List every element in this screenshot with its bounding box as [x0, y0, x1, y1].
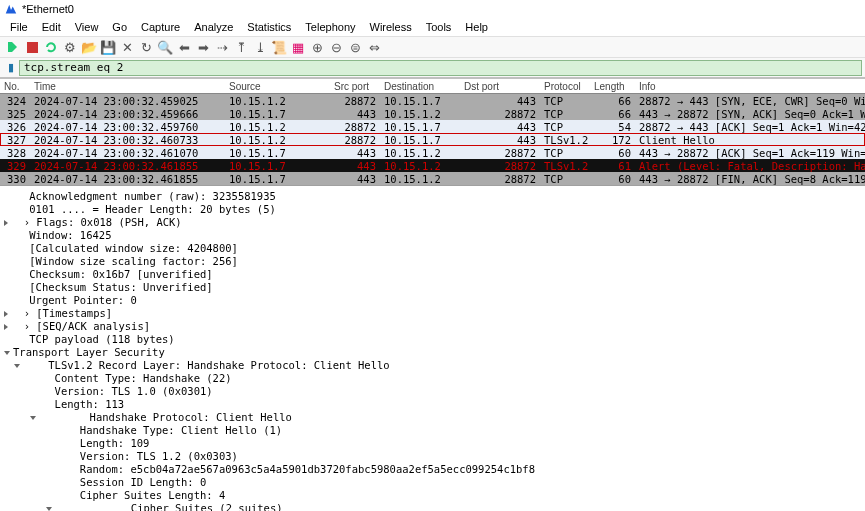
detail-line[interactable]: 0101 .... = Header Length: 20 bytes (5)	[4, 203, 859, 216]
close-icon[interactable]: ✕	[118, 38, 136, 56]
zoom-out-icon[interactable]: ⊖	[327, 38, 345, 56]
display-filter-bar: ▮	[0, 58, 865, 78]
menu-wireless[interactable]: Wireless	[364, 20, 418, 34]
col-time[interactable]: Time	[30, 81, 225, 92]
autoscroll-icon[interactable]: 📜	[270, 38, 288, 56]
detail-line[interactable]: Length: 109	[4, 437, 859, 450]
menu-view[interactable]: View	[69, 20, 105, 34]
display-filter-input[interactable]	[19, 60, 862, 76]
detail-line[interactable]: Transport Layer Security	[4, 346, 859, 359]
col-srcport[interactable]: Src port	[330, 81, 380, 92]
menu-file[interactable]: File	[4, 20, 34, 34]
menu-capture[interactable]: Capture	[135, 20, 186, 34]
detail-line[interactable]: Handshake Protocol: Client Hello	[4, 411, 859, 424]
detail-line[interactable]: TCP payload (118 bytes)	[4, 333, 859, 346]
detail-line[interactable]: Version: TLS 1.2 (0x0303)	[4, 450, 859, 463]
detail-line[interactable]: Window: 16425	[4, 229, 859, 242]
detail-line[interactable]: Session ID Length: 0	[4, 476, 859, 489]
app-icon	[4, 2, 18, 16]
resize-columns-icon[interactable]: ⇔	[365, 38, 383, 56]
col-no[interactable]: No.	[0, 81, 30, 92]
menu-statistics[interactable]: Statistics	[241, 20, 297, 34]
col-info[interactable]: Info	[635, 81, 865, 92]
options-icon[interactable]: ⚙	[61, 38, 79, 56]
col-destination[interactable]: Destination	[380, 81, 460, 92]
zoom-in-icon[interactable]: ⊕	[308, 38, 326, 56]
detail-line[interactable]: [Calculated window size: 4204800]	[4, 242, 859, 255]
detail-line[interactable]: TLSv1.2 Record Layer: Handshake Protocol…	[4, 359, 859, 372]
table-row[interactable]: 3242024-07-14 23:00:32.45902510.15.1.228…	[0, 94, 865, 107]
col-source[interactable]: Source	[225, 81, 330, 92]
first-icon[interactable]: ⤒	[232, 38, 250, 56]
stop-capture-icon[interactable]	[23, 38, 41, 56]
filter-bookmark-icon[interactable]: ▮	[3, 61, 19, 74]
table-row[interactable]: 3262024-07-14 23:00:32.45976010.15.1.228…	[0, 120, 865, 133]
table-row[interactable]: 3282024-07-14 23:00:32.46107010.15.1.744…	[0, 146, 865, 159]
detail-line[interactable]: Version: TLS 1.0 (0x0301)	[4, 385, 859, 398]
table-row[interactable]: 3272024-07-14 23:00:32.46073310.15.1.228…	[0, 133, 865, 146]
save-icon[interactable]: 💾	[99, 38, 117, 56]
restart-capture-icon[interactable]	[42, 38, 60, 56]
table-row[interactable]: 3302024-07-14 23:00:32.46185510.15.1.744…	[0, 172, 865, 185]
svg-rect-0	[27, 42, 38, 53]
detail-line[interactable]: Checksum: 0x16b7 [unverified]	[4, 268, 859, 281]
reload-icon[interactable]: ↻	[137, 38, 155, 56]
packet-details-pane[interactable]: Acknowledgment number (raw): 3235581935 …	[0, 185, 865, 511]
detail-line[interactable]: › [SEQ/ACK analysis]	[4, 320, 859, 333]
detail-line[interactable]: Cipher Suites Length: 4	[4, 489, 859, 502]
detail-line[interactable]: Cipher Suites (2 suites)	[4, 502, 859, 511]
menu-go[interactable]: Go	[106, 20, 133, 34]
next-icon[interactable]: ➡	[194, 38, 212, 56]
jump-icon[interactable]: ⇢	[213, 38, 231, 56]
open-icon[interactable]: 📂	[80, 38, 98, 56]
start-capture-icon[interactable]	[4, 38, 22, 56]
colorize-icon[interactable]: ▦	[289, 38, 307, 56]
detail-line[interactable]: › [Timestamps]	[4, 307, 859, 320]
title-bar: *Ethernet0	[0, 0, 865, 18]
detail-line[interactable]: Acknowledgment number (raw): 3235581935	[4, 190, 859, 203]
table-row[interactable]: 3292024-07-14 23:00:32.46185510.15.1.744…	[0, 159, 865, 172]
find-icon[interactable]: 🔍	[156, 38, 174, 56]
col-length[interactable]: Length	[590, 81, 635, 92]
detail-line[interactable]: Content Type: Handshake (22)	[4, 372, 859, 385]
packet-list-header: No. Time Source Src port Destination Dst…	[0, 78, 865, 94]
menu-bar: File Edit View Go Capture Analyze Statis…	[0, 18, 865, 36]
main-toolbar: ⚙ 📂 💾 ✕ ↻ 🔍 ⬅ ➡ ⇢ ⤒ ⤓ 📜 ▦ ⊕ ⊖ ⊜ ⇔	[0, 36, 865, 58]
detail-line[interactable]: › Flags: 0x018 (PSH, ACK)	[4, 216, 859, 229]
packet-list[interactable]: 3242024-07-14 23:00:32.45902510.15.1.228…	[0, 94, 865, 185]
detail-line[interactable]: [Checksum Status: Unverified]	[4, 281, 859, 294]
menu-telephony[interactable]: Telephony	[299, 20, 361, 34]
detail-line[interactable]: Random: e5cb04a72ae567a0963c5a4a5901db37…	[4, 463, 859, 476]
window-title: *Ethernet0	[22, 3, 74, 15]
prev-icon[interactable]: ⬅	[175, 38, 193, 56]
table-row[interactable]: 3252024-07-14 23:00:32.45966610.15.1.744…	[0, 107, 865, 120]
detail-line[interactable]: Urgent Pointer: 0	[4, 294, 859, 307]
detail-line[interactable]: [Window size scaling factor: 256]	[4, 255, 859, 268]
col-dstport[interactable]: Dst port	[460, 81, 540, 92]
menu-analyze[interactable]: Analyze	[188, 20, 239, 34]
detail-line[interactable]: Length: 113	[4, 398, 859, 411]
menu-tools[interactable]: Tools	[420, 20, 458, 34]
last-icon[interactable]: ⤓	[251, 38, 269, 56]
detail-line[interactable]: Handshake Type: Client Hello (1)	[4, 424, 859, 437]
zoom-reset-icon[interactable]: ⊜	[346, 38, 364, 56]
menu-help[interactable]: Help	[459, 20, 494, 34]
col-protocol[interactable]: Protocol	[540, 81, 590, 92]
menu-edit[interactable]: Edit	[36, 20, 67, 34]
